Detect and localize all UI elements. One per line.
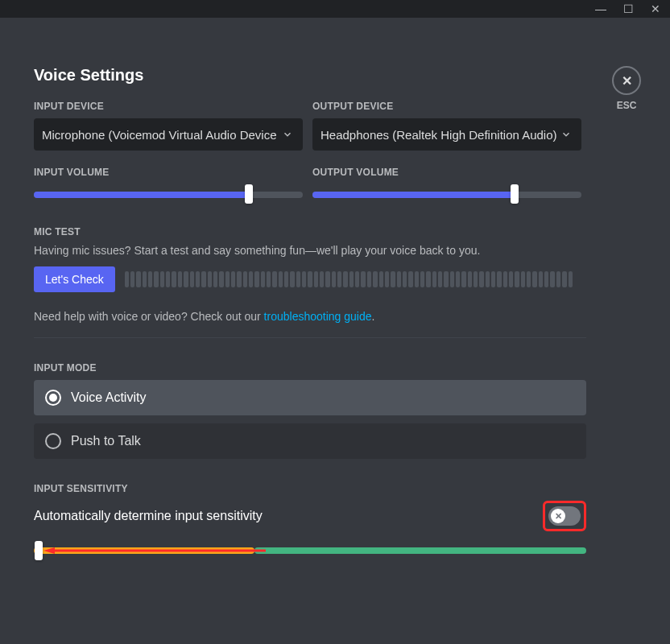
input-device-label: INPUT DEVICE <box>34 101 303 112</box>
input-device-value: Microphone (Voicemod Virtual Audio Devic… <box>42 128 280 142</box>
mic-test-button[interactable]: Let's Check <box>34 266 115 292</box>
input-sensitivity-label: INPUT SENSITIVITY <box>34 483 638 494</box>
output-device-select[interactable]: Headphones (Realtek High Definition Audi… <box>312 118 581 151</box>
annotation-highlight: ✕ <box>543 501 586 531</box>
close-icon: ✕ <box>622 73 632 89</box>
radio-label: Push to Talk <box>71 434 141 448</box>
window-titlebar: — ☐ ✕ <box>0 0 670 18</box>
radio-label: Voice Activity <box>71 390 146 405</box>
maximize-button[interactable]: ☐ <box>622 3 635 14</box>
input-device-select[interactable]: Microphone (Voicemod Virtual Audio Devic… <box>34 118 303 151</box>
output-volume-label: OUTPUT VOLUME <box>312 167 581 178</box>
chevron-down-icon <box>280 127 295 142</box>
radio-icon <box>45 433 61 449</box>
mic-test-label: MIC TEST <box>34 226 638 237</box>
input-mode-label: INPUT MODE <box>34 362 638 374</box>
help-prefix: Need help with voice or video? Check out… <box>34 310 264 323</box>
output-volume-slider[interactable] <box>312 184 581 204</box>
input-mode-option-0[interactable]: Voice Activity <box>34 380 586 415</box>
help-text: Need help with voice or video? Check out… <box>34 310 638 323</box>
page-title: Voice Settings <box>34 66 638 85</box>
mic-level-meter <box>125 271 573 287</box>
input-mode-option-1[interactable]: Push to Talk <box>34 423 586 459</box>
output-device-label: OUTPUT DEVICE <box>312 101 581 112</box>
minimize-button[interactable]: — <box>594 3 607 14</box>
help-suffix: . <box>372 310 375 323</box>
sensitivity-thumb[interactable] <box>35 541 43 560</box>
input-volume-label: INPUT VOLUME <box>34 167 303 178</box>
settings-panel: ✕ ESC Voice Settings INPUT DEVICE Microp… <box>0 18 670 644</box>
mic-test-description: Having mic issues? Start a test and say … <box>34 244 638 257</box>
auto-sensitivity-label: Automatically determine input sensitivit… <box>34 509 263 523</box>
close-settings-button[interactable]: ✕ ESC <box>612 66 641 111</box>
input-sensitivity-slider[interactable] <box>34 541 586 560</box>
input-volume-slider[interactable] <box>34 184 303 204</box>
esc-label: ESC <box>612 100 641 111</box>
auto-sensitivity-toggle[interactable]: ✕ <box>548 506 581 526</box>
output-device-value: Headphones (Realtek High Definition Audi… <box>321 128 559 142</box>
radio-icon <box>45 390 61 406</box>
section-divider <box>34 337 586 338</box>
window-close-button[interactable]: ✕ <box>649 3 662 14</box>
toggle-off-icon: ✕ <box>551 509 565 523</box>
input-mode-radio-group: Voice ActivityPush to Talk <box>34 380 586 459</box>
chevron-down-icon <box>559 127 573 142</box>
troubleshooting-link[interactable]: troubleshooting guide <box>264 310 372 323</box>
